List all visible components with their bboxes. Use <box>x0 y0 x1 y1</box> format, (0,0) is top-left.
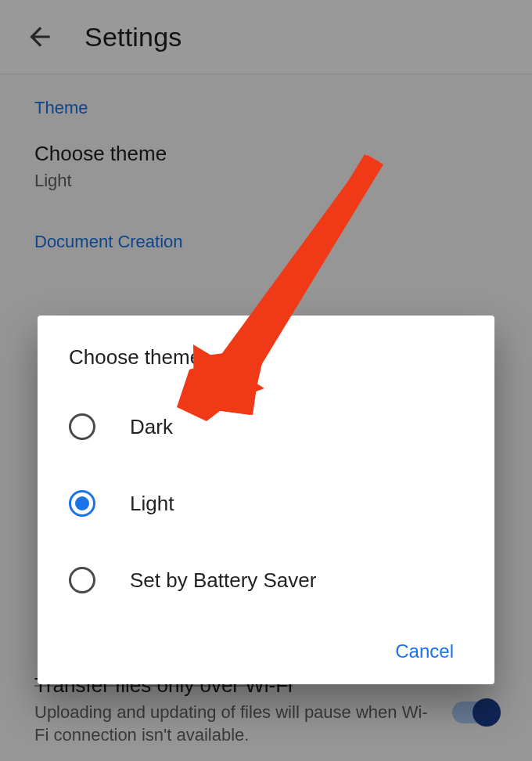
radio-label: Dark <box>130 415 173 439</box>
settings-header: Settings <box>0 0 532 74</box>
dialog-actions: Cancel <box>63 633 469 670</box>
theme-option-battery-saver[interactable]: Set by Battery Saver <box>63 556 469 604</box>
theme-option-dark[interactable]: Dark <box>63 402 469 451</box>
radio-icon <box>69 567 95 593</box>
radio-selected-icon <box>75 496 89 510</box>
dialog-title: Choose theme <box>69 345 469 370</box>
setting-label: Choose theme <box>34 142 498 166</box>
wifi-toggle[interactable] <box>452 701 498 723</box>
section-title-document-creation: Document Creation <box>34 232 498 252</box>
radio-icon <box>69 413 95 440</box>
setting-choose-theme[interactable]: Choose theme Light <box>34 142 498 191</box>
choose-theme-dialog: Choose theme Dark Light Set by Battery S… <box>38 316 494 684</box>
radio-label: Set by Battery Saver <box>130 568 316 593</box>
radio-icon <box>69 490 95 517</box>
page-title: Settings <box>84 22 182 52</box>
setting-value: Light <box>34 171 498 191</box>
back-arrow-icon <box>25 22 55 52</box>
toggle-knob-icon <box>473 698 501 727</box>
cancel-button[interactable]: Cancel <box>379 633 469 670</box>
wifi-setting-description: Uploading and updating of files will pau… <box>34 701 438 747</box>
section-title-theme: Theme <box>34 98 498 118</box>
settings-content: Theme Choose theme Light Document Creati… <box>0 74 532 299</box>
radio-label: Light <box>130 492 174 516</box>
back-button[interactable] <box>22 19 58 55</box>
theme-option-light[interactable]: Light <box>63 479 469 528</box>
